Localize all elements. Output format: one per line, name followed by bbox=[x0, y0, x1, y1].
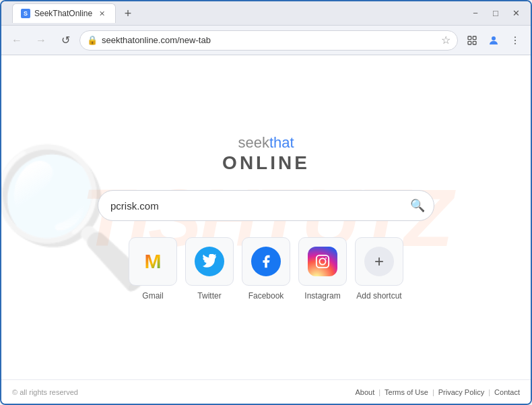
copyright-text: © all rights reserved bbox=[12, 388, 78, 396]
page-content: 🔍 TISHTUTZ seekthat ONLINE 🔍 bbox=[1, 55, 531, 379]
add-icon: + bbox=[364, 247, 394, 276]
about-link[interactable]: About bbox=[355, 388, 374, 396]
tab-title: SeekThatOnline bbox=[34, 9, 92, 18]
shortcut-facebook-label: Facebook bbox=[248, 291, 284, 301]
shortcut-twitter[interactable]: Twitter bbox=[185, 237, 234, 301]
reload-button[interactable]: ↺ bbox=[55, 30, 75, 51]
url-text: seekthatonline.com/new-tab bbox=[102, 35, 437, 45]
new-tab-button[interactable]: + bbox=[119, 4, 137, 23]
footer-links: About | Terms of Use | Privacy Policy | … bbox=[355, 388, 520, 396]
privacy-link[interactable]: Privacy Policy bbox=[438, 388, 484, 396]
back-button[interactable]: ← bbox=[7, 30, 27, 51]
active-tab[interactable]: S SeekThatOnline ✕ bbox=[12, 3, 116, 23]
shortcut-instagram[interactable]: Instagram bbox=[298, 237, 347, 301]
shortcut-gmail-icon-wrapper: M bbox=[129, 237, 177, 286]
logo: seekthat ONLINE bbox=[222, 134, 310, 175]
svg-point-4 bbox=[492, 36, 496, 40]
shortcuts-bar: M Gmail Twitter bbox=[129, 237, 403, 301]
footer: © all rights reserved About | Terms of U… bbox=[1, 379, 531, 404]
menu-button[interactable] bbox=[505, 30, 525, 51]
separator-1: | bbox=[378, 388, 380, 396]
close-button[interactable]: ✕ bbox=[506, 4, 525, 23]
shortcut-twitter-icon-wrapper bbox=[185, 237, 234, 286]
shortcut-twitter-label: Twitter bbox=[197, 291, 221, 301]
logo-seek: seekthat bbox=[222, 134, 310, 152]
svg-point-5 bbox=[514, 36, 516, 38]
svg-point-6 bbox=[514, 40, 516, 41]
shortcut-add-label: Add shortcut bbox=[356, 291, 401, 301]
shortcut-add-icon-wrapper: + bbox=[355, 237, 403, 286]
address-bar[interactable]: 🔒 seekthatonline.com/new-tab ☆ bbox=[79, 30, 458, 51]
bookmark-icon[interactable]: ☆ bbox=[441, 34, 451, 46]
instagram-icon bbox=[308, 247, 337, 276]
tab-favicon: S bbox=[21, 9, 30, 18]
extensions-button[interactable] bbox=[462, 30, 482, 51]
browser-window: S SeekThatOnline ✕ + − □ ✕ ← → ↺ 🔒 seekt… bbox=[0, 0, 532, 405]
gmail-icon: M bbox=[145, 250, 162, 273]
search-button[interactable]: 🔍 bbox=[410, 198, 425, 213]
shortcut-instagram-label: Instagram bbox=[304, 291, 340, 301]
svg-rect-0 bbox=[468, 36, 471, 40]
profile-button[interactable] bbox=[484, 30, 504, 51]
svg-point-10 bbox=[325, 258, 327, 259]
shortcut-add[interactable]: + Add shortcut bbox=[355, 237, 403, 301]
svg-rect-2 bbox=[468, 41, 471, 44]
terms-link[interactable]: Terms of Use bbox=[385, 388, 428, 396]
security-icon: 🔒 bbox=[87, 35, 98, 45]
svg-point-7 bbox=[514, 42, 516, 44]
svg-rect-1 bbox=[473, 36, 476, 40]
search-input[interactable] bbox=[98, 190, 434, 221]
title-bar: S SeekThatOnline ✕ + − □ ✕ bbox=[1, 1, 531, 26]
logo-online: ONLINE bbox=[222, 152, 310, 175]
forward-button[interactable]: → bbox=[31, 30, 51, 51]
facebook-icon bbox=[251, 247, 281, 276]
search-container: 🔍 bbox=[98, 190, 434, 221]
minimize-button[interactable]: − bbox=[466, 4, 485, 23]
separator-2: | bbox=[432, 388, 434, 396]
svg-point-9 bbox=[319, 259, 325, 265]
tabs-bar: S SeekThatOnline ✕ + bbox=[7, 3, 466, 23]
navigation-bar: ← → ↺ 🔒 seekthatonline.com/new-tab ☆ bbox=[1, 26, 531, 55]
shortcut-gmail[interactable]: M Gmail bbox=[129, 237, 177, 301]
shortcut-gmail-label: Gmail bbox=[142, 291, 163, 301]
twitter-icon bbox=[195, 247, 224, 276]
separator-3: | bbox=[488, 388, 490, 396]
svg-rect-3 bbox=[473, 41, 476, 44]
tab-close-button[interactable]: ✕ bbox=[96, 8, 107, 19]
shortcut-instagram-icon-wrapper bbox=[298, 237, 347, 286]
main-content: seekthat ONLINE 🔍 M Gmail bbox=[1, 121, 531, 315]
svg-rect-8 bbox=[317, 255, 329, 268]
nav-right-buttons bbox=[462, 30, 525, 51]
shortcut-facebook[interactable]: Facebook bbox=[242, 237, 290, 301]
contact-link[interactable]: Contact bbox=[494, 388, 520, 396]
window-controls: − □ ✕ bbox=[466, 4, 525, 23]
shortcut-facebook-icon-wrapper bbox=[242, 237, 290, 286]
maximize-button[interactable]: □ bbox=[486, 4, 505, 23]
